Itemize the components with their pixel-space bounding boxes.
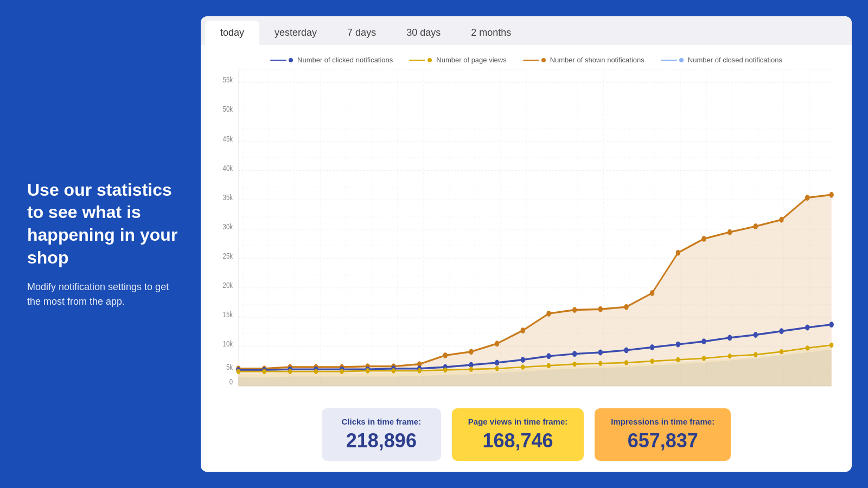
svg-text:5k: 5k	[226, 363, 233, 372]
legend-pageviews-line	[409, 60, 425, 61]
pageviews-dot	[366, 368, 369, 373]
clicked-dot	[779, 328, 783, 334]
legend-clicked: Number of clicked notifications	[270, 56, 393, 64]
svg-text:17:00: 17:00	[671, 391, 685, 392]
pageviews-dot	[650, 358, 654, 363]
tab-bar: today yesterday 7 days 30 days 2 months	[201, 16, 852, 45]
svg-text:30k: 30k	[223, 222, 233, 231]
pageviews-dot	[521, 364, 525, 369]
svg-text:16:00: 16:00	[645, 391, 659, 392]
svg-text:06:00: 06:00	[386, 391, 400, 392]
pageviews-dot	[469, 367, 473, 371]
stat-impressions-label: Impressions in time frame:	[611, 417, 714, 426]
legend-shown-label: Number of shown notifications	[550, 56, 644, 64]
stat-clicks-label: Clicks in time frame:	[338, 417, 425, 426]
legend-clicked-label: Number of clicked notifications	[297, 56, 393, 64]
legend-pageviews-dot	[427, 58, 432, 62]
svg-text:08:00: 08:00	[438, 391, 452, 392]
svg-text:11:00: 11:00	[516, 391, 530, 392]
shown-dot	[701, 236, 706, 242]
clicked-dot	[805, 325, 809, 331]
legend-pageviews-label: Number of page views	[436, 56, 506, 64]
sub-text: Modify notification settings to get the …	[27, 280, 179, 309]
svg-text:20:00: 20:00	[749, 391, 763, 392]
clicked-dot	[676, 342, 680, 348]
clicked-dot	[598, 350, 603, 356]
shown-dot	[572, 307, 577, 313]
svg-text:35k: 35k	[223, 192, 233, 202]
svg-text:00:00: 00:00	[231, 391, 245, 392]
chart-legend: Number of clicked notifications Number o…	[217, 56, 835, 64]
stat-pageviews-value: 168,746	[468, 429, 567, 452]
right-panel: today yesterday 7 days 30 days 2 months …	[201, 16, 852, 472]
svg-text:25k: 25k	[223, 251, 233, 260]
pageviews-dot	[829, 343, 833, 348]
clicked-dot	[754, 332, 758, 338]
shown-dot	[598, 306, 603, 312]
pageviews-dot	[314, 369, 318, 374]
svg-text:12:00: 12:00	[542, 391, 556, 392]
svg-text:22:00: 22:00	[800, 391, 814, 392]
svg-text:50k: 50k	[223, 105, 233, 114]
clicked-dot	[829, 322, 834, 328]
svg-text:01:00: 01:00	[257, 391, 271, 392]
tab-today[interactable]: today	[205, 21, 259, 45]
main-heading: Use our statistics to see what is happen…	[27, 179, 179, 269]
shown-dot	[624, 304, 628, 310]
svg-text:19:00: 19:00	[723, 391, 737, 392]
stats-row: Clicks in time frame: 218,896 Page views…	[201, 397, 852, 472]
svg-text:45k: 45k	[223, 134, 233, 143]
shown-dot	[779, 217, 783, 223]
pageviews-dot	[443, 368, 447, 373]
svg-text:07:00: 07:00	[412, 391, 426, 392]
svg-text:09:00: 09:00	[464, 391, 478, 392]
svg-text:18:00: 18:00	[697, 391, 711, 392]
shown-dot	[754, 223, 758, 229]
svg-text:14:00: 14:00	[593, 391, 608, 392]
svg-text:23:00: 23:00	[825, 391, 835, 392]
legend-shown: Number of shown notifications	[523, 56, 644, 64]
pageviews-dot	[676, 357, 680, 362]
pageviews-dot	[288, 369, 292, 374]
tab-7days[interactable]: 7 days	[332, 21, 391, 45]
stat-pageviews: Page views in time frame: 168,746	[452, 408, 584, 461]
legend-closed: Number of closed notifications	[661, 56, 782, 64]
legend-shown-line	[523, 60, 539, 61]
pageviews-dot	[598, 361, 602, 366]
clicked-dot	[572, 351, 577, 357]
shown-dot	[443, 352, 448, 358]
shown-dot	[727, 229, 732, 235]
svg-text:10k: 10k	[223, 339, 233, 349]
pageviews-dot	[392, 368, 395, 373]
pageviews-dot	[702, 356, 706, 361]
svg-text:15:00: 15:00	[620, 391, 634, 392]
svg-text:02:00: 02:00	[283, 391, 297, 392]
pageviews-dot	[495, 366, 499, 371]
svg-text:55k: 55k	[223, 75, 233, 85]
chart-container: 55k 50k 45k 40k 35k 30k 25k 20k 15k 10k …	[217, 69, 835, 392]
clicked-dot	[521, 357, 525, 363]
pageviews-dot	[780, 349, 783, 354]
legend-clicked-line	[270, 60, 286, 61]
svg-text:03:00: 03:00	[309, 391, 323, 392]
stat-impressions: Impressions in time frame: 657,837	[595, 408, 731, 461]
svg-text:04:00: 04:00	[335, 391, 349, 392]
pageviews-dot	[262, 369, 266, 374]
svg-text:05:00: 05:00	[361, 391, 375, 392]
tab-yesterday[interactable]: yesterday	[259, 21, 332, 45]
svg-text:0: 0	[229, 377, 233, 387]
clicked-dot	[546, 353, 551, 359]
svg-text:10:00: 10:00	[490, 391, 504, 392]
pageviews-dot	[547, 363, 551, 368]
stat-clicks: Clicks in time frame: 218,896	[322, 408, 441, 461]
shown-dot	[805, 195, 809, 201]
shown-dot	[546, 311, 551, 317]
tab-2months[interactable]: 2 months	[456, 21, 526, 45]
pageviews-dot	[573, 362, 577, 367]
chart-area: Number of clicked notifications Number o…	[201, 45, 852, 397]
shown-dot	[676, 250, 680, 256]
tab-30days[interactable]: 30 days	[391, 21, 456, 45]
shown-dot	[521, 328, 525, 333]
pageviews-dot	[237, 369, 240, 374]
pageviews-dot	[417, 368, 421, 373]
